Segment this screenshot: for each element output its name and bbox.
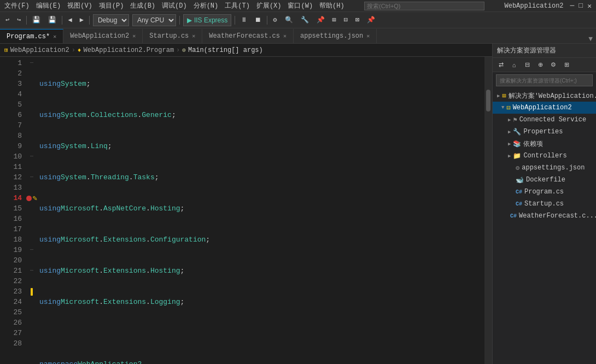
tree-dependencies[interactable]: ▶ 📚 依赖项 (493, 138, 596, 150)
sol-btn-gear[interactable]: ⚙ (547, 60, 559, 71)
close-tab-startup[interactable]: ✕ (192, 33, 195, 39)
run-button[interactable]: ▶ IIS Express (183, 14, 231, 26)
layout-btn[interactable]: ⊟ (342, 15, 350, 25)
gutter-17 (26, 224, 37, 234)
weatherforecast-cs-icon: C# (510, 213, 517, 219)
tab-startup[interactable]: Startup.cs ✕ (143, 29, 202, 43)
code-line-4: using System.Threading.Tasks; (37, 172, 484, 183)
menu-window[interactable]: 窗口(W) (288, 1, 313, 10)
run-icon: ▶ (187, 16, 192, 24)
menu-analyze[interactable]: 分析(N) (194, 1, 219, 10)
grid-btn[interactable]: ⊠ (353, 15, 361, 25)
pin-btn[interactable]: 📌 (365, 15, 377, 25)
gutter-8 (26, 131, 37, 141)
vertical-scrollbar[interactable] (484, 57, 492, 364)
code-editor[interactable]: 1 2 3 4 5 6 7 8 9 10 11 12 13 14 15 16 1… (0, 57, 492, 364)
tree-project[interactable]: ▼ ⊟ WebApplication2 (493, 102, 596, 114)
gutter-27 (26, 328, 37, 338)
breadcrumb-project[interactable]: WebApplication2 (10, 46, 69, 54)
sol-btn-search[interactable]: ⊟ (521, 60, 533, 71)
close-tab-weatherforecast[interactable]: ✕ (283, 33, 287, 39)
sol-btn-settings[interactable]: ⊕ (534, 60, 546, 71)
menu-debug[interactable]: 调试(D) (162, 1, 187, 10)
sol-btn-sync[interactable]: ⇄ (495, 60, 507, 71)
sol-btn-home[interactable]: ⌂ (508, 60, 520, 71)
gutter-10: ─ (26, 151, 37, 162)
search-btn-2[interactable]: ⊞ (330, 15, 338, 25)
tree-startup-cs[interactable]: C# Startup.cs (493, 198, 596, 210)
breadcrumb-ns-icon: ♦ (78, 47, 81, 54)
tree-appsettings[interactable]: ⚙ appsettings.json (493, 162, 596, 174)
tab-webapplication2[interactable]: WebApplication2 ✕ (63, 29, 143, 43)
minimize-btn[interactable]: ─ (570, 2, 575, 10)
tree-solution-root[interactable]: ▶ ⊞ 解决方案'WebApplication... (493, 90, 596, 102)
solution-tree: ▶ ⊞ 解决方案'WebApplication... ▼ ⊟ WebApplic… (493, 89, 596, 364)
close-tab-webapp2[interactable]: ✕ (132, 33, 136, 39)
scrollbar-thumb[interactable] (486, 90, 490, 111)
code-line-9 (37, 328, 484, 338)
dependencies-label: 依赖项 (523, 139, 543, 149)
menu-edit[interactable]: 编辑(E) (36, 1, 61, 10)
close-tab-program-cs[interactable]: ✕ (53, 33, 56, 40)
solution-search-input[interactable] (496, 74, 593, 86)
bookmark-btn[interactable]: 📌 (314, 15, 327, 25)
tree-connected-service[interactable]: ▶ ⚑ Connected Service (493, 114, 596, 126)
close-tab-appsettings[interactable]: ✕ (366, 33, 370, 39)
project-icon: ⊟ (506, 104, 510, 112)
expand-controllers: ▶ (508, 153, 511, 159)
tabs-overflow-btn[interactable]: ▼ (585, 35, 596, 43)
breadcrumb-member[interactable]: Main(string[] args) (188, 46, 263, 54)
save-btn[interactable]: 💾 (30, 15, 43, 25)
breadcrumb-project-icon: ⊞ (4, 46, 8, 54)
solution-toolbar: ⇄ ⌂ ⊟ ⊕ ⚙ ⊞ (493, 58, 596, 72)
save-all-btn[interactable]: 💾 (46, 15, 59, 25)
back-btn[interactable]: ◀ (66, 15, 74, 25)
menu-bar[interactable]: 文件(F) 编辑(E) 视图(V) 项目(P) 生成(B) 调试(D) 分析(N… (4, 1, 344, 10)
tree-weatherforecast-cs[interactable]: C# WeatherForecast.c... (493, 210, 596, 222)
tab-label-weatherforecast: WeatherForecast.cs (209, 32, 280, 40)
menu-project[interactable]: 项目(P) (99, 1, 124, 10)
tab-label-appsettings: appsettings.json (300, 32, 363, 40)
dockerfile-icon: 🐋 (516, 176, 524, 184)
pause-btn[interactable]: ⏸ (238, 15, 249, 25)
menu-view[interactable]: 视图(V) (67, 1, 92, 10)
platform-dropdown[interactable]: Any CPU (132, 14, 176, 26)
undo-btn[interactable]: ↩ (3, 15, 11, 25)
menu-file[interactable]: 文件(F) (4, 1, 30, 10)
maximize-btn[interactable]: □ (579, 2, 583, 10)
refactor-btn[interactable]: 🔧 (299, 15, 311, 25)
breadcrumb-namespace[interactable]: WebApplication2.Program (83, 46, 174, 54)
solution-panel: 解决方案资源管理器 ⇄ ⌂ ⊟ ⊕ ⚙ ⊞ ▶ ⊞ 解决方案'WebApplic… (492, 44, 596, 364)
program-cs-label: Program.cs (524, 188, 564, 196)
code-content[interactable]: using System; using System.Collections.G… (37, 57, 484, 364)
breadcrumb: ⊞ WebApplication2 › ♦ WebApplication2.Pr… (0, 44, 492, 57)
tab-appsettings[interactable]: appsettings.json ✕ (294, 29, 377, 43)
menu-extensions[interactable]: 扩展(X) (256, 1, 282, 10)
menu-tools[interactable]: 工具(T) (225, 1, 250, 10)
search-btn-1[interactable]: 🔍 (283, 15, 295, 25)
properties-label: Properties (523, 128, 563, 136)
menu-build[interactable]: 生成(B) (130, 1, 155, 10)
tab-weatherforecast[interactable]: WeatherForecast.cs ✕ (202, 29, 294, 43)
gutter-24 (26, 297, 37, 307)
gutter-26 (26, 318, 37, 328)
forward-btn[interactable]: ▶ (78, 15, 86, 25)
sol-btn-view[interactable]: ⊞ (560, 60, 572, 71)
tab-program-cs[interactable]: Program.cs* ✕ (0, 29, 63, 43)
title-bar: 文件(F) 编辑(E) 视图(V) 项目(P) 生成(B) 调试(D) 分析(N… (0, 0, 596, 12)
menu-help[interactable]: 帮助(H) (319, 1, 344, 10)
dependencies-icon: 📚 (513, 140, 521, 148)
gutter-5 (26, 99, 37, 110)
config-dropdown[interactable]: Debug (93, 14, 129, 26)
tree-controllers[interactable]: ▶ 📁 Controllers (493, 150, 596, 162)
tree-program-cs[interactable]: C# Program.cs (493, 186, 596, 198)
expand-project: ▼ (501, 105, 504, 110)
stop-btn[interactable]: ⏹ (253, 15, 264, 25)
redo-btn[interactable]: ↪ (15, 15, 23, 25)
close-btn[interactable]: ✕ (587, 2, 592, 10)
tree-dockerfile[interactable]: 🐋 Dockerfile (493, 174, 596, 186)
settings-btn[interactable]: ⚙ (271, 15, 279, 25)
breakpoint-14 (26, 196, 32, 201)
search-input[interactable] (364, 2, 484, 10)
tree-properties[interactable]: ▶ 🔧 Properties (493, 126, 596, 138)
